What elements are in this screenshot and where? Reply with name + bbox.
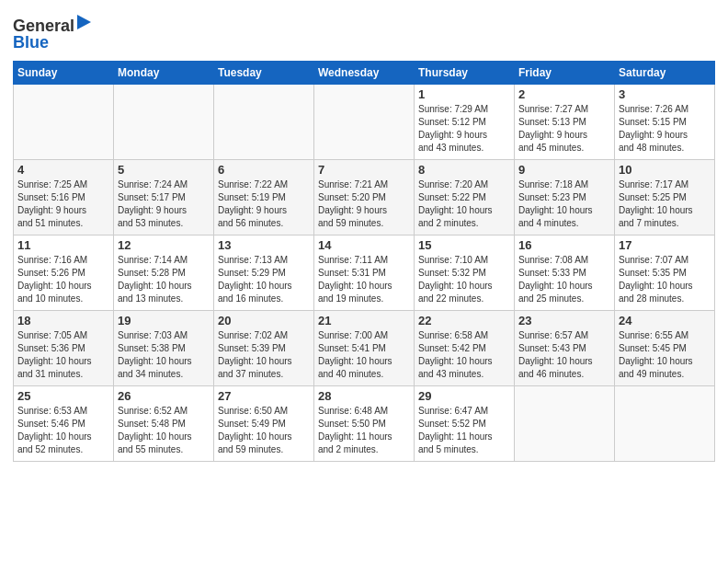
calendar-cell: 21Sunrise: 7:00 AMSunset: 5:41 PMDayligh… — [314, 311, 415, 386]
day-number: 28 — [318, 389, 410, 403]
logo: General Blue — [13, 13, 96, 55]
calendar-cell — [214, 85, 314, 160]
header: General Blue — [13, 9, 715, 55]
day-info: Sunrise: 7:24 AMSunset: 5:17 PMDaylight:… — [118, 178, 210, 230]
calendar-cell: 2Sunrise: 7:27 AMSunset: 5:13 PMDaylight… — [515, 85, 615, 160]
day-info: Sunrise: 6:47 AMSunset: 5:52 PMDaylight:… — [418, 405, 510, 456]
day-number: 14 — [318, 238, 410, 252]
day-info: Sunrise: 6:48 AMSunset: 5:50 PMDaylight:… — [318, 405, 410, 456]
day-info: Sunrise: 7:27 AMSunset: 5:13 PMDaylight:… — [518, 103, 610, 155]
day-number: 9 — [518, 163, 610, 177]
weekday-monday: Monday — [114, 62, 214, 85]
calendar-cell — [615, 386, 715, 462]
calendar-cell: 17Sunrise: 7:07 AMSunset: 5:35 PMDayligh… — [615, 236, 715, 311]
calendar-table: SundayMondayTuesdayWednesdayThursdayFrid… — [13, 61, 715, 462]
day-info: Sunrise: 7:17 AMSunset: 5:25 PMDaylight:… — [619, 178, 711, 230]
page-container: General Blue SundayMondayTuesdayWednesda… — [0, 0, 728, 467]
day-info: Sunrise: 7:29 AMSunset: 5:12 PMDaylight:… — [418, 103, 510, 155]
day-number: 27 — [218, 389, 310, 403]
day-number: 10 — [619, 163, 711, 177]
day-number: 18 — [17, 314, 109, 327]
day-number: 19 — [118, 314, 210, 327]
day-number: 4 — [17, 163, 109, 177]
calendar-week-row: 1Sunrise: 7:29 AMSunset: 5:12 PMDaylight… — [14, 85, 715, 160]
svg-text:Blue: Blue — [13, 33, 49, 52]
day-number: 7 — [318, 163, 410, 177]
calendar-cell: 4Sunrise: 7:25 AMSunset: 5:16 PMDaylight… — [14, 160, 114, 236]
day-info: Sunrise: 6:52 AMSunset: 5:48 PMDaylight:… — [118, 405, 210, 456]
day-info: Sunrise: 7:20 AMSunset: 5:22 PMDaylight:… — [418, 178, 510, 230]
calendar-cell: 8Sunrise: 7:20 AMSunset: 5:22 PMDaylight… — [415, 160, 515, 236]
day-number: 15 — [418, 238, 510, 252]
weekday-header-row: SundayMondayTuesdayWednesdayThursdayFrid… — [14, 62, 715, 85]
calendar-cell: 9Sunrise: 7:18 AMSunset: 5:23 PMDaylight… — [515, 160, 615, 236]
weekday-friday: Friday — [515, 62, 615, 85]
svg-text:General: General — [13, 17, 74, 35]
day-info: Sunrise: 7:10 AMSunset: 5:32 PMDaylight:… — [418, 254, 510, 305]
calendar-cell: 18Sunrise: 7:05 AMSunset: 5:36 PMDayligh… — [14, 311, 114, 386]
calendar-cell: 3Sunrise: 7:26 AMSunset: 5:15 PMDaylight… — [615, 85, 715, 160]
day-info: Sunrise: 7:18 AMSunset: 5:23 PMDaylight:… — [518, 178, 610, 230]
calendar-cell: 1Sunrise: 7:29 AMSunset: 5:12 PMDaylight… — [415, 85, 515, 160]
day-info: Sunrise: 7:22 AMSunset: 5:19 PMDaylight:… — [218, 178, 310, 230]
calendar-cell — [314, 85, 415, 160]
day-info: Sunrise: 7:03 AMSunset: 5:38 PMDaylight:… — [118, 329, 210, 381]
calendar-week-row: 25Sunrise: 6:53 AMSunset: 5:46 PMDayligh… — [14, 386, 715, 462]
day-number: 12 — [118, 238, 210, 252]
logo-text: General Blue — [13, 13, 96, 55]
calendar-cell: 7Sunrise: 7:21 AMSunset: 5:20 PMDaylight… — [314, 160, 415, 236]
day-number: 25 — [17, 389, 109, 403]
day-number: 20 — [218, 314, 310, 327]
calendar-cell: 14Sunrise: 7:11 AMSunset: 5:31 PMDayligh… — [314, 236, 415, 311]
calendar-cell: 16Sunrise: 7:08 AMSunset: 5:33 PMDayligh… — [515, 236, 615, 311]
day-info: Sunrise: 6:53 AMSunset: 5:46 PMDaylight:… — [17, 405, 109, 456]
day-info: Sunrise: 7:16 AMSunset: 5:26 PMDaylight:… — [17, 254, 109, 305]
calendar-cell: 6Sunrise: 7:22 AMSunset: 5:19 PMDaylight… — [214, 160, 314, 236]
day-info: Sunrise: 7:02 AMSunset: 5:39 PMDaylight:… — [218, 329, 310, 381]
day-number: 13 — [218, 238, 310, 252]
calendar-cell: 28Sunrise: 6:48 AMSunset: 5:50 PMDayligh… — [314, 386, 415, 462]
day-info: Sunrise: 6:57 AMSunset: 5:43 PMDaylight:… — [518, 329, 610, 381]
day-info: Sunrise: 7:13 AMSunset: 5:29 PMDaylight:… — [218, 254, 310, 305]
weekday-sunday: Sunday — [14, 62, 114, 85]
day-number: 5 — [118, 163, 210, 177]
day-info: Sunrise: 7:00 AMSunset: 5:41 PMDaylight:… — [318, 329, 410, 381]
calendar-cell — [114, 85, 214, 160]
calendar-cell — [515, 386, 615, 462]
calendar-cell: 15Sunrise: 7:10 AMSunset: 5:32 PMDayligh… — [415, 236, 515, 311]
day-number: 24 — [619, 314, 711, 327]
day-number: 1 — [418, 87, 510, 101]
calendar-cell: 11Sunrise: 7:16 AMSunset: 5:26 PMDayligh… — [14, 236, 114, 311]
calendar-cell: 25Sunrise: 6:53 AMSunset: 5:46 PMDayligh… — [14, 386, 114, 462]
day-number: 2 — [518, 87, 610, 101]
day-info: Sunrise: 7:11 AMSunset: 5:31 PMDaylight:… — [318, 254, 410, 305]
day-number: 16 — [518, 238, 610, 252]
day-number: 8 — [418, 163, 510, 177]
weekday-thursday: Thursday — [415, 62, 515, 85]
day-number: 17 — [619, 238, 711, 252]
day-info: Sunrise: 7:05 AMSunset: 5:36 PMDaylight:… — [17, 329, 109, 381]
day-info: Sunrise: 6:58 AMSunset: 5:42 PMDaylight:… — [418, 329, 510, 381]
svg-marker-2 — [77, 15, 91, 29]
calendar-week-row: 18Sunrise: 7:05 AMSunset: 5:36 PMDayligh… — [14, 311, 715, 386]
calendar-cell: 20Sunrise: 7:02 AMSunset: 5:39 PMDayligh… — [214, 311, 314, 386]
day-number: 22 — [418, 314, 510, 327]
weekday-tuesday: Tuesday — [214, 62, 314, 85]
calendar-cell: 19Sunrise: 7:03 AMSunset: 5:38 PMDayligh… — [114, 311, 214, 386]
day-number: 23 — [518, 314, 610, 327]
day-info: Sunrise: 7:14 AMSunset: 5:28 PMDaylight:… — [118, 254, 210, 305]
calendar-cell: 27Sunrise: 6:50 AMSunset: 5:49 PMDayligh… — [214, 386, 314, 462]
day-info: Sunrise: 7:21 AMSunset: 5:20 PMDaylight:… — [318, 178, 410, 230]
day-number: 29 — [418, 389, 510, 403]
calendar-cell: 24Sunrise: 6:55 AMSunset: 5:45 PMDayligh… — [615, 311, 715, 386]
day-info: Sunrise: 7:25 AMSunset: 5:16 PMDaylight:… — [17, 178, 109, 230]
calendar-cell: 22Sunrise: 6:58 AMSunset: 5:42 PMDayligh… — [415, 311, 515, 386]
day-info: Sunrise: 7:08 AMSunset: 5:33 PMDaylight:… — [518, 254, 610, 305]
day-info: Sunrise: 6:55 AMSunset: 5:45 PMDaylight:… — [619, 329, 711, 381]
calendar-cell: 12Sunrise: 7:14 AMSunset: 5:28 PMDayligh… — [114, 236, 214, 311]
day-number: 11 — [17, 238, 109, 252]
calendar-week-row: 4Sunrise: 7:25 AMSunset: 5:16 PMDaylight… — [14, 160, 715, 236]
calendar-cell: 5Sunrise: 7:24 AMSunset: 5:17 PMDaylight… — [114, 160, 214, 236]
day-number: 21 — [318, 314, 410, 327]
calendar-week-row: 11Sunrise: 7:16 AMSunset: 5:26 PMDayligh… — [14, 236, 715, 311]
